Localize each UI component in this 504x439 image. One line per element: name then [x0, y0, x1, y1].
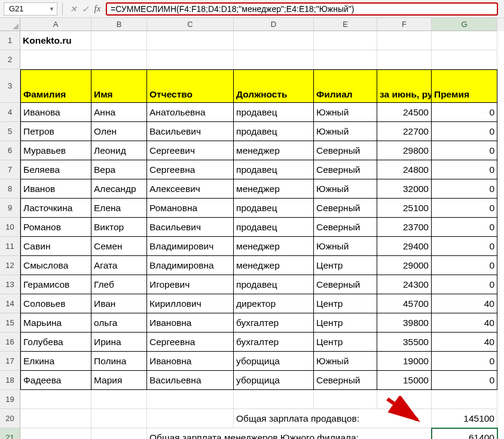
cell-position[interactable]: менеджер: [234, 141, 314, 160]
row-header-2[interactable]: 2: [0, 50, 20, 69]
cell-patronymic[interactable]: Васильевич: [147, 122, 234, 141]
cell-firstname[interactable]: Полина: [91, 352, 147, 371]
row-header-16[interactable]: 16: [0, 333, 20, 352]
cell-position[interactable]: уборщица: [234, 371, 314, 390]
name-box[interactable]: G21 ▼: [4, 2, 57, 16]
enter-formula-button[interactable]: ✓: [80, 2, 91, 16]
row-header-20[interactable]: 20: [0, 409, 20, 428]
cell[interactable]: [314, 50, 377, 69]
cell-firstname[interactable]: Анна: [91, 103, 147, 122]
cell[interactable]: [432, 390, 497, 409]
cell-patronymic[interactable]: Анатольевна: [147, 103, 234, 122]
row-header-8[interactable]: 8: [0, 179, 20, 199]
cell-bonus[interactable]: 0: [432, 237, 497, 256]
cell-position[interactable]: бухгалтер: [234, 313, 314, 333]
cell-firstname[interactable]: Олен: [91, 122, 147, 141]
cell-branch[interactable]: Южный: [314, 103, 377, 122]
cell-position[interactable]: бухгалтер: [234, 333, 314, 352]
cell-patronymic[interactable]: Сергеевна: [147, 160, 234, 179]
cell[interactable]: [147, 50, 234, 69]
col-header-E[interactable]: E: [314, 18, 377, 31]
cell-bonus[interactable]: 0: [432, 371, 497, 390]
cell-branch[interactable]: Южный: [314, 237, 377, 256]
cell[interactable]: [91, 409, 147, 428]
cell-branch[interactable]: Южный: [314, 179, 377, 199]
cell[interactable]: [314, 390, 377, 409]
cell[interactable]: [234, 50, 314, 69]
cell-position[interactable]: продавец: [234, 199, 314, 218]
cell-lastname[interactable]: Иванов: [20, 179, 91, 199]
col-header-B[interactable]: B: [91, 18, 147, 31]
cell-branch[interactable]: Центр: [314, 256, 377, 275]
header-salary[interactable]: за июнь, руб.: [377, 69, 432, 103]
cell-firstname[interactable]: Елена: [91, 199, 147, 218]
cell-patronymic[interactable]: Ивановна: [147, 352, 234, 371]
brand-cell[interactable]: Konekto.ru: [20, 31, 91, 50]
formula-input[interactable]: =СУММЕСЛИМН(F4:F18;D4:D18;"менеджер";E4:…: [106, 2, 498, 16]
header-patronymic[interactable]: Отчество: [147, 69, 234, 103]
select-all-corner[interactable]: [0, 18, 20, 31]
cell-branch[interactable]: Центр: [314, 313, 377, 333]
cell[interactable]: [432, 50, 497, 69]
cell-bonus[interactable]: 0: [432, 352, 497, 371]
cell-patronymic[interactable]: Ивановна: [147, 313, 234, 333]
row-header-11[interactable]: 11: [0, 237, 20, 256]
cell-salary[interactable]: 24500: [377, 103, 432, 122]
col-header-G[interactable]: G: [432, 18, 497, 31]
cancel-formula-button[interactable]: ✕: [68, 2, 80, 16]
cell-branch[interactable]: Северный: [314, 141, 377, 160]
cell-patronymic[interactable]: Игоревич: [147, 275, 234, 294]
cell[interactable]: [20, 428, 91, 439]
cell-firstname[interactable]: Иван: [91, 294, 147, 313]
cell[interactable]: [234, 31, 314, 50]
cell-position[interactable]: менеджер: [234, 256, 314, 275]
cell[interactable]: [377, 50, 432, 69]
cell-position[interactable]: уборщица: [234, 352, 314, 371]
col-header-C[interactable]: C: [147, 18, 234, 31]
cell-salary[interactable]: 23700: [377, 218, 432, 237]
cell-firstname[interactable]: Алесандр: [91, 179, 147, 199]
cell-salary[interactable]: 39800: [377, 313, 432, 333]
cell-branch[interactable]: Северный: [314, 218, 377, 237]
cell-branch[interactable]: Северный: [314, 275, 377, 294]
cell[interactable]: [147, 390, 234, 409]
summary-sellers-value[interactable]: 145100: [432, 409, 497, 428]
cell-patronymic[interactable]: Владимирович: [147, 237, 234, 256]
row-header-15[interactable]: 15: [0, 313, 20, 333]
cell-lastname[interactable]: Смыслова: [20, 256, 91, 275]
col-header-A[interactable]: A: [20, 18, 91, 31]
cell[interactable]: [314, 31, 377, 50]
cell-bonus[interactable]: 0: [432, 160, 497, 179]
header-position[interactable]: Должность: [234, 69, 314, 103]
cell-patronymic[interactable]: Алексеевич: [147, 179, 234, 199]
cell-lastname[interactable]: Елкина: [20, 352, 91, 371]
cell-patronymic[interactable]: Васильевна: [147, 371, 234, 390]
cell-salary[interactable]: 32000: [377, 179, 432, 199]
row-header-4[interactable]: 4: [0, 103, 20, 122]
cell-bonus[interactable]: 0: [432, 103, 497, 122]
row-header-17[interactable]: 17: [0, 352, 20, 371]
cell-bonus[interactable]: 0: [432, 218, 497, 237]
row-header-14[interactable]: 14: [0, 294, 20, 313]
cell-salary[interactable]: 24800: [377, 160, 432, 179]
cell-branch[interactable]: Северный: [314, 371, 377, 390]
cell-firstname[interactable]: Мария: [91, 371, 147, 390]
cell-salary[interactable]: 45700: [377, 294, 432, 313]
cell-lastname[interactable]: Голубева: [20, 333, 91, 352]
cell-patronymic[interactable]: Кириллович: [147, 294, 234, 313]
cell[interactable]: [234, 390, 314, 409]
cell-position[interactable]: менеджер: [234, 179, 314, 199]
cell-patronymic[interactable]: Сергеевна: [147, 333, 234, 352]
row-header-6[interactable]: 6: [0, 141, 20, 160]
row-header-9[interactable]: 9: [0, 199, 20, 218]
row-header-7[interactable]: 7: [0, 160, 20, 179]
cell-lastname[interactable]: Ласточкина: [20, 199, 91, 218]
cell-firstname[interactable]: Виктор: [91, 218, 147, 237]
cell[interactable]: [432, 31, 497, 50]
cell-position[interactable]: продавец: [234, 218, 314, 237]
cell-bonus[interactable]: 0: [432, 199, 497, 218]
cell-lastname[interactable]: Беляева: [20, 160, 91, 179]
row-header-3[interactable]: 3: [0, 69, 20, 103]
summary-managers-label[interactable]: Общая зарплата менеджеров Южного филиала…: [147, 428, 432, 439]
cell-patronymic[interactable]: Васильевич: [147, 218, 234, 237]
